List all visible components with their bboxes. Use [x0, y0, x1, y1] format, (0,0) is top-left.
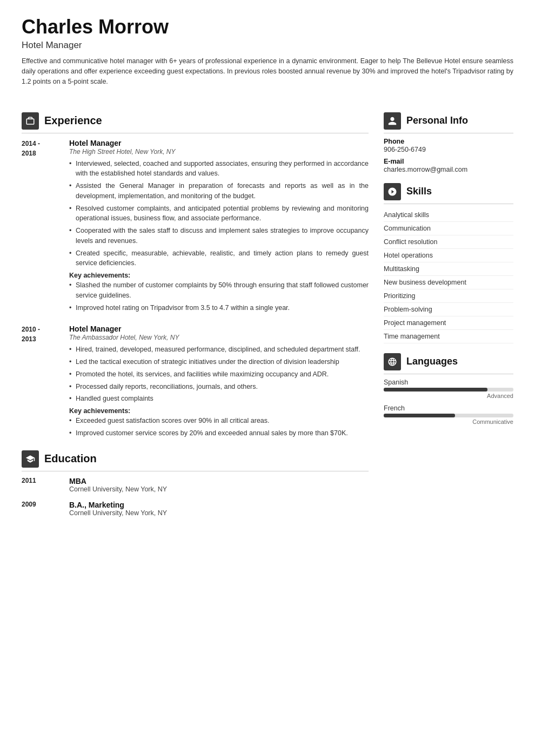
- key-achievements-label-1: Key achievements:: [69, 407, 369, 415]
- skill-item-6: Prioritizing: [384, 289, 513, 303]
- exp-bullet-0-3: Cooperated with the sales staff to discu…: [69, 226, 369, 246]
- edu-year-0: 2011: [22, 477, 61, 493]
- edu-content-0: MBACornell University, New York, NY: [69, 477, 167, 493]
- exp-bullet-list-0: Interviewed, selected, coached and suppo…: [69, 159, 369, 269]
- education-section-header: Education: [22, 450, 369, 471]
- achievement-0-0: Slashed the number of customer complaint…: [69, 280, 369, 301]
- exp-dates-0: 2014 -2018: [22, 139, 61, 315]
- exp-company-0: The High Street Hotel, New York, NY: [69, 148, 369, 156]
- skill-item-2: Conflict resolution: [384, 235, 513, 249]
- exp-bullet-1-2: Promoted the hotel, its services, and fa…: [69, 369, 369, 380]
- exp-bullet-list-1: Hired, trained, developed, measured perf…: [69, 345, 369, 404]
- skills-icon: [384, 183, 401, 200]
- skill-item-0: Analytical skills: [384, 208, 513, 222]
- experience-entries: 2014 -2018Hotel ManagerThe High Street H…: [22, 139, 369, 441]
- language-entry-0: SpanishAdvanced: [384, 379, 513, 399]
- exp-bullet-1-1: Led the tactical execution of strategic …: [69, 357, 369, 367]
- skills-list: Analytical skillsCommunicationConflict r…: [384, 208, 513, 343]
- exp-content-1: Hotel ManagerThe Ambassador Hotel, New Y…: [69, 325, 369, 440]
- edu-degree-1: B.A., Marketing: [69, 501, 167, 509]
- lang-bar-fill-0: [384, 388, 487, 392]
- exp-company-1: The Ambassador Hotel, New York, NY: [69, 334, 369, 341]
- education-entry-1: 2009B.A., MarketingCornell University, N…: [22, 501, 369, 517]
- lang-bar-container-1: [384, 414, 513, 417]
- exp-bullet-1-3: Processed daily reports, reconciliations…: [69, 382, 369, 392]
- achievements-list-0: Slashed the number of customer complaint…: [69, 280, 369, 313]
- languages-header: Languages: [384, 353, 513, 374]
- resume-wrapper: Charles Morrow Hotel Manager Effective a…: [0, 0, 535, 541]
- lang-bar-container-0: [384, 388, 513, 392]
- exp-bullet-0-4: Created specific, measurable, achievable…: [69, 248, 369, 269]
- phone-label: Phone: [384, 138, 513, 145]
- exp-dates-1: 2010 -2013: [22, 325, 61, 440]
- languages-list: SpanishAdvancedFrenchCommunicative: [384, 379, 513, 425]
- lang-level-1: Communicative: [384, 418, 513, 425]
- main-content: Experience 2014 -2018Hotel ManagerThe Hi…: [22, 103, 513, 524]
- achievement-0-1: Improved hotel rating on Tripadvisor fro…: [69, 303, 369, 313]
- email-label: E-mail: [384, 158, 513, 165]
- email-value: charles.morrow@gmail.com: [384, 166, 513, 173]
- personal-info-header: Personal Info: [384, 112, 513, 133]
- languages-icon: [384, 353, 401, 370]
- education-entry-0: 2011MBACornell University, New York, NY: [22, 477, 369, 493]
- experience-section-header: Experience: [22, 112, 369, 133]
- phone-value: 906-250-6749: [384, 146, 513, 153]
- experience-icon: [22, 112, 39, 130]
- key-achievements-label-0: Key achievements:: [69, 272, 369, 279]
- personal-info-title: Personal Info: [406, 115, 468, 126]
- skills-header: Skills: [384, 183, 513, 204]
- skill-item-1: Communication: [384, 222, 513, 235]
- edu-year-1: 2009: [22, 501, 61, 517]
- header-section: Charles Morrow Hotel Manager Effective a…: [22, 16, 513, 87]
- lang-name-1: French: [384, 404, 513, 412]
- language-entry-1: FrenchCommunicative: [384, 404, 513, 425]
- languages-title: Languages: [406, 356, 458, 367]
- candidate-name: Charles Morrow: [22, 16, 513, 38]
- exp-bullet-0-0: Interviewed, selected, coached and suppo…: [69, 159, 369, 179]
- edu-content-1: B.A., MarketingCornell University, New Y…: [69, 501, 167, 517]
- edu-school-1: Cornell University, New York, NY: [69, 509, 167, 517]
- skill-item-5: New business development: [384, 276, 513, 289]
- exp-bullet-0-1: Assisted the General Manager in preparat…: [69, 181, 369, 201]
- exp-job-title-1: Hotel Manager: [69, 325, 369, 333]
- skill-item-8: Project management: [384, 316, 513, 330]
- exp-bullet-0-2: Resolved customer complaints, and antici…: [69, 204, 369, 224]
- lang-level-0: Advanced: [384, 393, 513, 399]
- education-section-title: Education: [44, 453, 97, 465]
- exp-bullet-1-4: Handled guest complaints: [69, 394, 369, 404]
- achievement-1-1: Improved customer service scores by 20% …: [69, 428, 369, 438]
- achievement-1-0: Exceeded guest satisfaction scores over …: [69, 416, 369, 426]
- summary-text: Effective and communicative hotel manage…: [22, 56, 513, 87]
- edu-school-0: Cornell University, New York, NY: [69, 485, 167, 493]
- education-icon: [22, 450, 39, 468]
- skill-item-7: Problem-solving: [384, 303, 513, 316]
- experience-entry-0: 2014 -2018Hotel ManagerThe High Street H…: [22, 139, 369, 315]
- exp-job-title-0: Hotel Manager: [69, 139, 369, 147]
- lang-bar-fill-1: [384, 414, 455, 417]
- exp-content-0: Hotel ManagerThe High Street Hotel, New …: [69, 139, 369, 315]
- experience-entry-1: 2010 -2013Hotel ManagerThe Ambassador Ho…: [22, 325, 369, 440]
- achievements-list-1: Exceeded guest satisfaction scores over …: [69, 416, 369, 438]
- skill-item-4: Multitasking: [384, 262, 513, 276]
- candidate-title: Hotel Manager: [22, 40, 513, 51]
- personal-info-icon: [384, 112, 401, 130]
- skills-title: Skills: [406, 186, 432, 197]
- edu-degree-0: MBA: [69, 477, 167, 485]
- exp-bullet-1-0: Hired, trained, developed, measured perf…: [69, 345, 369, 355]
- right-column: Personal Info Phone 906-250-6749 E-mail …: [384, 103, 513, 524]
- skill-item-3: Hotel operations: [384, 249, 513, 262]
- skill-item-9: Time management: [384, 330, 513, 343]
- left-column: Experience 2014 -2018Hotel ManagerThe Hi…: [22, 103, 369, 524]
- experience-section-title: Experience: [44, 114, 102, 127]
- education-entries: 2011MBACornell University, New York, NY2…: [22, 477, 369, 517]
- lang-name-0: Spanish: [384, 379, 513, 386]
